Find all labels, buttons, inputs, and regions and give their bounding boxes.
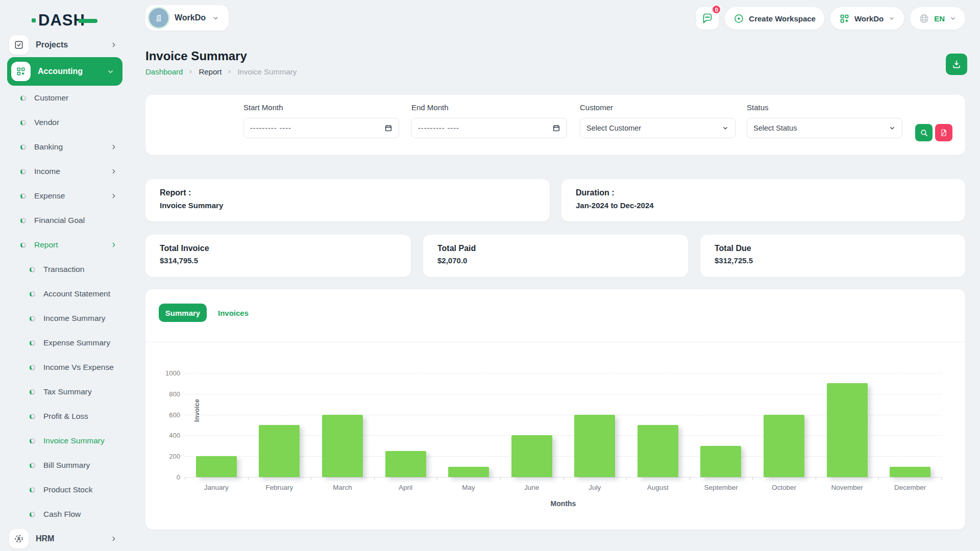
sidebar-nav: ProjectsAccountingCustomerVendorBankingI… [0,33,132,551]
tab-invoices[interactable]: Invoices [218,309,249,317]
total-card-value: $314,795.5 [160,256,198,265]
bullet-icon [30,487,35,493]
tab-summary[interactable]: Summary [159,304,207,322]
workspace-menu-button[interactable]: WorkDo [830,7,904,30]
messages-button[interactable]: 0 [696,7,719,30]
bar-may [448,467,489,477]
page-title: Invoice Summary [145,49,247,63]
sidebar-item-projects[interactable]: Projects [0,33,132,57]
sidebar-item-expense-summary[interactable]: Expense Summary [0,331,132,355]
bar-june [511,435,552,477]
sidebar-item-accounting[interactable]: Accounting [7,57,122,86]
breadcrumb-report[interactable]: Report [199,67,222,76]
total-card-total-due: Total Due$312,725.5 [700,235,965,277]
axis-tick [564,477,564,480]
bar-april [385,451,426,477]
bar-august [638,425,678,477]
sidebar-item-label: Accounting [38,67,100,76]
end-month-input[interactable]: --------- ---- [411,118,567,138]
sidebar-item-label: Vendor [34,118,132,127]
sidebar-item-tax-summary[interactable]: Tax Summary [0,380,132,404]
sidebar-item-expense[interactable]: Expense [0,184,132,208]
x-tick-label: August [626,484,690,493]
sidebar-item-transaction[interactable]: Transaction [0,257,132,282]
x-tick-label: February [248,484,311,493]
sidebar-item-report[interactable]: Report [0,233,132,257]
chevron-right-icon [110,192,117,199]
sidebar-item-hrm[interactable]: HRM [0,527,132,551]
axis-tick [816,477,816,480]
sidebar-item-label: Cash Flow [43,510,132,519]
calendar-icon [552,124,560,132]
total-card-label: Total Paid [437,244,476,253]
app-logo: DASH [32,11,97,30]
sidebar-item-bill-summary[interactable]: Bill Summary [0,453,132,478]
x-tick-label: January [185,484,248,493]
hrm-icon [9,529,29,548]
breadcrumb-dashboard[interactable]: Dashboard [145,67,183,76]
sidebar-item-label: Income [34,167,102,176]
workspace-menu-label: WorkDo [854,14,884,23]
sidebar-item-customer[interactable]: Customer [0,86,132,110]
create-workspace-button[interactable]: Create Workspace [725,7,824,30]
logo-dot [32,18,36,22]
sidebar-item-income-vs-expense[interactable]: Income Vs Expense [0,355,132,380]
sidebar-item-label: Account Statement [43,289,132,298]
search-icon [920,129,928,137]
sidebar-item-label: Customer [34,93,132,103]
sidebar-item-label: Bill Summary [43,461,132,470]
bullet-icon [20,218,26,223]
sidebar-item-financial-goal[interactable]: Financial Goal [0,208,132,233]
header-actions: 0 Create Workspace WorkDo EN [696,7,965,30]
chevron-right-icon [110,41,117,48]
sidebar-item-profit-loss[interactable]: Profit & Loss [0,404,132,429]
x-tick-label: December [878,484,942,493]
duration-card: Duration : Jan-2024 to Dec-2024 [561,179,965,221]
sidebar-item-label: Income Summary [43,314,132,323]
total-card-label: Total Invoice [160,244,209,253]
file-slash-icon [940,129,948,137]
sidebar-item-vendor[interactable]: Vendor [0,110,132,135]
axis-tick [374,477,375,480]
axis-tick [500,477,501,480]
x-axis-title: Months [185,499,942,508]
start-month-input[interactable]: --------- ---- [243,118,399,138]
axis-tick [942,477,942,480]
sidebar-item-income-summary[interactable]: Income Summary [0,306,132,331]
globe-icon [919,13,929,24]
sidebar-item-label: Expense [34,191,102,201]
customer-select[interactable]: Select Customer [580,118,736,138]
sidebar-item-account-statement[interactable]: Account Statement [0,282,132,306]
language-selector[interactable]: EN [910,7,965,30]
y-tick-label: 800 [157,390,180,398]
axis-tick [626,477,627,480]
chevron-down-icon [949,15,957,22]
sidebar-item-income[interactable]: Income [0,159,132,184]
report-card-value: Invoice Summary [160,201,223,210]
chevron-right-icon [110,535,117,542]
bullet-icon [20,169,26,174]
circle-plus-icon [733,13,744,24]
sidebar-item-label: Tax Summary [43,387,132,396]
messages-badge: 0 [712,5,721,14]
apply-filter-button[interactable] [915,124,933,141]
workspace-name: WorkDo [175,13,206,22]
bullet-icon [20,144,26,150]
y-tick-label: 400 [157,432,180,439]
sidebar-item-banking[interactable]: Banking [0,135,132,159]
x-tick-label: November [816,484,879,493]
total-card-value: $2,070.0 [437,256,467,265]
customer-label: Customer [580,103,736,112]
workspace-selector[interactable]: WorkDo [145,5,229,31]
status-select[interactable]: Select Status [747,118,902,138]
sidebar-item-invoice-summary[interactable]: Invoice Summary [0,429,132,453]
download-button[interactable] [946,54,967,75]
sidebar-item-cash-flow[interactable]: Cash Flow [0,502,132,527]
sidebar-item-product-stock[interactable]: Product Stock [0,478,132,502]
gridline [185,373,942,373]
report-card-title: Report : [160,188,191,197]
reset-filter-button[interactable] [935,124,952,141]
x-tick-label: October [752,484,816,493]
bar-march [322,415,363,477]
sidebar-item-label: Report [34,240,102,249]
